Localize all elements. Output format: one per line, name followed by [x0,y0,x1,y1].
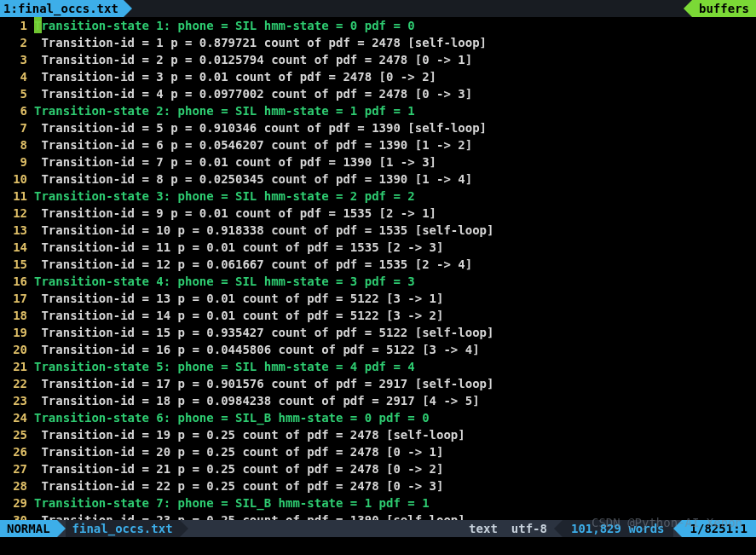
transition-id-line: Transition-id = 8 p = 0.0250345 count of… [34,171,756,188]
line-number: 18 [0,307,34,324]
command-line[interactable] [0,537,756,554]
transition-id-line: Transition-id = 21 p = 0.25 count of pdf… [34,460,756,477]
separator-icon [57,520,66,537]
separator-icon [673,520,682,537]
editor-line[interactable]: 16Transition-state 4: phone = SIL hmm-st… [0,273,756,290]
line-number: 9 [0,153,34,171]
buffers-button[interactable]: buffers [692,0,756,17]
editor-line[interactable]: 6Transition-state 2: phone = SIL hmm-sta… [0,102,756,119]
transition-id-line: Transition-id = 16 p = 0.0445806 count o… [34,341,756,358]
statusline-filename: final_occs.txt [66,520,180,537]
line-number: 21 [0,358,34,375]
line-number: 11 [0,188,34,205]
transition-id-line: Transition-id = 20 p = 0.25 count of pdf… [34,443,756,460]
line-number: 25 [0,426,34,443]
editor-line[interactable]: 18 Transition-id = 14 p = 0.01 count of … [0,307,756,324]
editor-line[interactable]: 3 Transition-id = 2 p = 0.0125794 count … [0,51,756,68]
line-number: 23 [0,392,34,409]
editor-line[interactable]: 17 Transition-id = 13 p = 0.01 count of … [0,290,756,307]
transition-id-line: Transition-id = 6 p = 0.0546207 count of… [34,136,756,153]
line-number: 28 [0,477,34,494]
transition-id-line: Transition-id = 2 p = 0.0125794 count of… [34,51,756,68]
transition-state-line: Transition-state 7: phone = SIL_B hmm-st… [34,494,756,512]
line-number: 12 [0,205,34,222]
editor-line[interactable]: 8 Transition-id = 6 p = 0.0546207 count … [0,136,756,153]
line-number: 4 [0,68,34,85]
transition-id-line: Transition-id = 12 p = 0.061667 count of… [34,256,756,273]
tab-index: 1 [3,0,10,17]
transition-id-line: Transition-id = 4 p = 0.0977002 count of… [34,85,756,102]
editor-line[interactable]: 4 Transition-id = 3 p = 0.01 count of pd… [0,68,756,85]
statusline-wordcount: 101,829 words [563,520,673,537]
transition-state-line: Transition-state 6: phone = SIL_B hmm-st… [34,409,756,426]
tab-active[interactable]: 1: final_occs.txt [0,0,124,17]
editor-line[interactable]: 10 Transition-id = 8 p = 0.0250345 count… [0,171,756,188]
line-number: 5 [0,85,34,102]
statusline-spacer [188,520,463,537]
line-number: 19 [0,324,34,341]
line-number: 16 [0,273,34,290]
separator-icon [180,520,188,537]
editor-line[interactable]: 1Transition-state 1: phone = SIL hmm-sta… [0,17,756,34]
line-number: 6 [0,102,34,119]
line-number: 27 [0,460,34,477]
editor-line[interactable]: 5 Transition-id = 4 p = 0.0977002 count … [0,85,756,102]
transition-id-line: Transition-id = 17 p = 0.901576 count of… [34,375,756,392]
editor-line[interactable]: 14 Transition-id = 11 p = 0.01 count of … [0,239,756,256]
editor-line[interactable]: 30 Transition-id = 23 p = 0.25 count of … [0,512,756,520]
editor-line[interactable]: 9 Transition-id = 7 p = 0.01 count of pd… [0,153,756,171]
line-number: 8 [0,136,34,153]
editor-line[interactable]: 11Transition-state 3: phone = SIL hmm-st… [0,188,756,205]
transition-id-line: Transition-id = 22 p = 0.25 count of pdf… [34,477,756,494]
cursor [34,17,42,33]
editor-line[interactable]: 23 Transition-id = 18 p = 0.0984238 coun… [0,392,756,409]
editor-line[interactable]: 28 Transition-id = 22 p = 0.25 count of … [0,477,756,494]
line-number: 20 [0,341,34,358]
transition-id-line: Transition-id = 3 p = 0.01 count of pdf … [34,68,756,85]
editor-line[interactable]: 24Transition-state 6: phone = SIL_B hmm-… [0,409,756,426]
line-number: 2 [0,34,34,51]
editor-line[interactable]: 15 Transition-id = 12 p = 0.061667 count… [0,256,756,273]
editor-line[interactable]: 2 Transition-id = 1 p = 0.879721 count o… [0,34,756,51]
statusline-filetype: text [462,520,505,537]
transition-state-line: Transition-state 4: phone = SIL hmm-stat… [34,273,756,290]
transition-id-line: Transition-id = 10 p = 0.918338 count of… [34,222,756,239]
transition-id-line: Transition-id = 14 p = 0.01 count of pdf… [34,307,756,324]
tabline: 1: final_occs.txt buffers [0,0,756,17]
line-number: 3 [0,51,34,68]
editor-line[interactable]: 22 Transition-id = 17 p = 0.901576 count… [0,375,756,392]
mode-indicator: NORMAL [0,520,57,537]
transition-id-line: Transition-id = 13 p = 0.01 count of pdf… [34,290,756,307]
editor-line[interactable]: 26 Transition-id = 20 p = 0.25 count of … [0,443,756,460]
mode-text: NORMAL [7,520,50,537]
transition-id-line: Transition-id = 23 p = 0.25 count of pdf… [34,512,756,520]
transition-state-line: Transition-state 3: phone = SIL hmm-stat… [34,188,756,205]
statusline: NORMAL final_occs.txt text utf-8 101,829… [0,520,756,537]
transition-id-line: Transition-id = 1 p = 0.879721 count of … [34,34,756,51]
editor-line[interactable]: 13 Transition-id = 10 p = 0.918338 count… [0,222,756,239]
transition-id-line: Transition-id = 9 p = 0.01 count of pdf … [34,205,756,222]
tab-filename: final_occs.txt [18,0,118,17]
transition-state-line: Transition-state 2: phone = SIL hmm-stat… [34,102,756,119]
editor-line[interactable]: 7 Transition-id = 5 p = 0.910346 count o… [0,119,756,136]
editor-line[interactable]: 25 Transition-id = 19 p = 0.25 count of … [0,426,756,443]
transition-state-line: Transition-state 5: phone = SIL hmm-stat… [34,358,756,375]
editor-line[interactable]: 27 Transition-id = 21 p = 0.25 count of … [0,460,756,477]
transition-id-line: Transition-id = 18 p = 0.0984238 count o… [34,392,756,409]
editor-viewport[interactable]: 1Transition-state 1: phone = SIL hmm-sta… [0,17,756,520]
editor-line[interactable]: 20 Transition-id = 16 p = 0.0445806 coun… [0,341,756,358]
editor-line[interactable]: 12 Transition-id = 9 p = 0.01 count of p… [0,205,756,222]
line-number: 14 [0,239,34,256]
editor-line[interactable]: 21Transition-state 5: phone = SIL hmm-st… [0,358,756,375]
editor-line[interactable]: 29Transition-state 7: phone = SIL_B hmm-… [0,494,756,512]
tab-separator-icon [124,0,132,17]
transition-id-line: Transition-id = 7 p = 0.01 count of pdf … [34,153,756,171]
separator-icon [554,520,563,537]
statusline-encoding: utf-8 [505,520,554,537]
buffers-separator-icon [684,0,692,17]
transition-id-line: Transition-id = 5 p = 0.910346 count of … [34,119,756,136]
line-number: 30 [0,512,34,520]
buffers-label: buffers [699,0,749,17]
line-number: 15 [0,256,34,273]
editor-line[interactable]: 19 Transition-id = 15 p = 0.935427 count… [0,324,756,341]
